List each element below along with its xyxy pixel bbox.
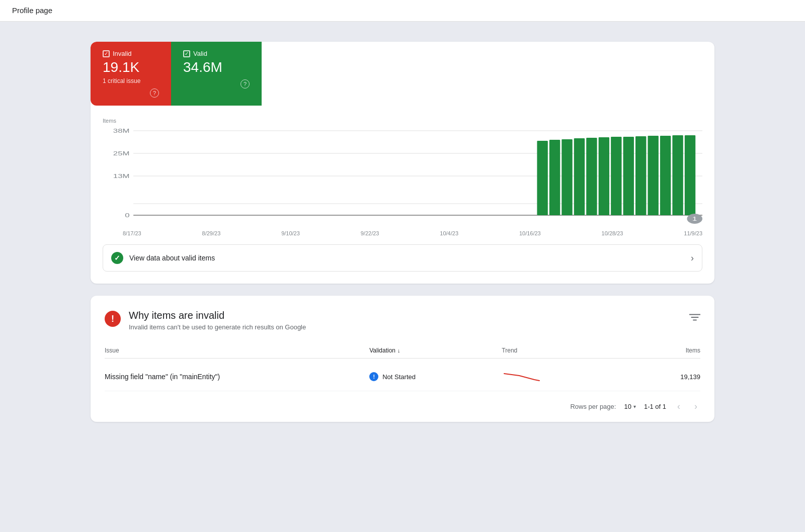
invalid-label: Invalid [113, 50, 132, 57]
valid-value: 34.6M [183, 59, 250, 75]
svg-text:1: 1 [692, 216, 697, 222]
svg-rect-24 [689, 314, 700, 315]
stats-chart-card: Invalid 19.1K 1 critical issue ? Valid 3… [91, 42, 714, 284]
svg-rect-25 [691, 317, 699, 318]
valid-stat[interactable]: Valid 34.6M ? [171, 42, 262, 106]
main-content: Invalid 19.1K 1 critical issue ? Valid 3… [0, 22, 805, 442]
dropdown-arrow-icon: ▾ [633, 404, 636, 409]
x-label-7: 10/28/23 [602, 230, 623, 236]
svg-rect-9 [537, 141, 547, 215]
rows-per-page-select[interactable]: 10 ▾ [624, 403, 635, 410]
svg-rect-17 [635, 136, 646, 215]
svg-text:13M: 13M [113, 173, 130, 179]
invalid-help-icon[interactable]: ? [150, 88, 159, 98]
invalid-stat[interactable]: Invalid 19.1K 1 critical issue ? [91, 42, 171, 106]
next-page-button[interactable]: › [691, 399, 700, 414]
chart-container: 38M 25M 13M 0 [103, 126, 702, 226]
th-validation: Validation ↓ [369, 347, 502, 354]
stats-section: Invalid 19.1K 1 critical issue ? Valid 3… [91, 42, 714, 106]
x-label-8: 11/9/23 [684, 230, 702, 236]
not-started-text: Not Started [382, 373, 416, 381]
th-issue: Issue [105, 347, 369, 354]
td-validation: ! Not Started [369, 372, 502, 381]
invalid-card-title: Why items are invalid [129, 310, 306, 321]
td-trend [502, 370, 634, 384]
x-label-4: 9/22/23 [361, 230, 379, 236]
valid-check-icon: ✓ [111, 252, 123, 264]
svg-rect-16 [623, 137, 634, 215]
td-items: 19,139 [634, 373, 700, 381]
x-label-2: 8/29/23 [202, 230, 221, 236]
svg-rect-13 [586, 138, 597, 215]
filter-icon[interactable] [689, 312, 700, 325]
prev-page-button[interactable]: ‹ [674, 399, 683, 414]
trend-sparkline [502, 370, 542, 384]
svg-rect-11 [561, 139, 572, 215]
view-data-row[interactable]: ✓ View data about valid items › [103, 244, 702, 272]
invalid-card-subtitle: Invalid items can't be used to generate … [129, 323, 306, 331]
x-label-3: 9/10/23 [281, 230, 300, 236]
svg-rect-14 [599, 137, 609, 215]
x-label-5: 10/4/23 [440, 230, 458, 236]
th-trend: Trend [502, 347, 634, 354]
page-title-bar: Profile page [0, 0, 805, 22]
page-info: 1-1 of 1 [644, 403, 666, 410]
view-data-text: View data about valid items [129, 254, 215, 262]
valid-label: Valid [193, 50, 207, 57]
svg-rect-12 [574, 138, 585, 215]
chart-svg: 38M 25M 13M 0 [103, 126, 702, 226]
invalid-items-card: ! Why items are invalid Invalid items ca… [91, 296, 714, 422]
y-axis-label: Items [103, 118, 702, 124]
svg-rect-19 [660, 136, 671, 215]
valid-checkbox-icon [183, 50, 190, 57]
svg-text:38M: 38M [113, 128, 130, 134]
svg-rect-18 [648, 136, 658, 215]
x-label-1: 8/17/23 [123, 230, 141, 236]
svg-rect-10 [549, 140, 560, 215]
table-row: Missing field "name" (in "mainEntity") !… [105, 363, 700, 391]
td-issue: Missing field "name" (in "mainEntity") [105, 373, 369, 381]
valid-help-icon[interactable]: ? [240, 79, 250, 88]
svg-rect-15 [611, 137, 621, 215]
svg-text:0: 0 [125, 212, 129, 218]
pagination-row: Rows per page: 10 ▾ 1-1 of 1 ‹ › [105, 391, 700, 422]
chart-area: Items 38M 25M 13M 0 [91, 106, 714, 244]
x-label-6: 10/16/23 [519, 230, 541, 236]
svg-rect-21 [685, 135, 695, 215]
svg-text:25M: 25M [113, 150, 130, 156]
rows-per-page-label: Rows per page: [570, 403, 616, 410]
issues-table: Issue Validation ↓ Trend Items Missing f… [105, 343, 700, 391]
invalid-sub: 1 critical issue [103, 77, 159, 84]
svg-rect-26 [693, 320, 696, 321]
invalid-value: 19.1K [103, 59, 159, 75]
not-started-icon: ! [369, 372, 378, 381]
page-title: Profile page [12, 6, 52, 15]
sort-down-icon: ↓ [397, 347, 400, 353]
th-items: Items [634, 347, 700, 354]
invalid-checkbox-icon [103, 50, 110, 57]
svg-rect-20 [672, 135, 683, 215]
x-axis-labels: 8/17/23 8/29/23 9/10/23 9/22/23 10/4/23 … [103, 226, 702, 236]
error-icon: ! [105, 311, 121, 327]
chevron-right-icon: › [691, 253, 694, 263]
